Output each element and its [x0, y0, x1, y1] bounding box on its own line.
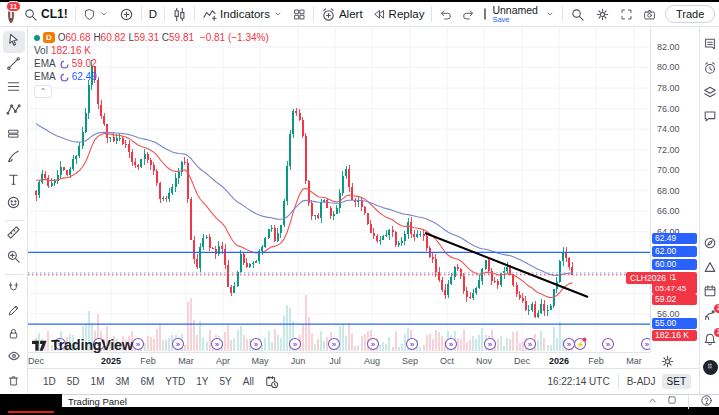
streams-panel-button[interactable]: 2 — [702, 309, 718, 325]
text-icon — [6, 172, 21, 191]
data-source-button[interactable] — [78, 3, 114, 25]
create-alert-button[interactable]: Alert — [316, 3, 368, 25]
timeframe-button[interactable]: D — [144, 3, 162, 25]
position-icon — [7, 126, 20, 144]
top-toolbar: T 11 CL1! D Indicators — [0, 2, 719, 27]
forecast-position-tool[interactable] — [3, 124, 25, 146]
ema-slow-legend[interactable]: EMA 62.49 — [34, 70, 269, 83]
object-tree-button[interactable] — [702, 86, 718, 102]
divider — [562, 6, 563, 22]
range-buttons: 1D5D1M3M6MYTD1Y5YAll — [38, 374, 260, 389]
quick-search-button[interactable] — [565, 3, 590, 25]
emoji-tool[interactable] — [3, 194, 25, 216]
lock-icon — [7, 326, 20, 344]
save-link[interactable]: Save — [492, 16, 509, 24]
xabcd-pattern-tool[interactable] — [3, 101, 25, 123]
indicators-button[interactable]: Indicators — [197, 3, 288, 25]
axis-settings-gear-button[interactable] — [660, 354, 675, 373]
chevron-up-icon[interactable] — [647, 395, 658, 408]
layout-name: Unnamed — [492, 5, 538, 16]
calendar-panel-button[interactable] — [702, 285, 718, 301]
replay-button[interactable]: Replay — [368, 3, 430, 25]
magnet-icon — [7, 280, 20, 298]
legend-collapse-button[interactable]: ⌃ — [34, 85, 52, 98]
trade-button[interactable]: Trade — [665, 5, 715, 23]
watchlist-panel-button[interactable] — [702, 38, 718, 54]
svg-text:»: » — [293, 340, 298, 349]
notification-count-badge: 11 — [6, 1, 21, 12]
volume-legend-row[interactable]: Vol 182.16 K — [34, 44, 269, 57]
settlement-toggle[interactable]: SET — [662, 374, 691, 389]
text-tool[interactable] — [3, 171, 25, 193]
watchlist-icon — [703, 37, 717, 55]
trading-panel-bar[interactable]: Trading Panel — [62, 394, 719, 407]
replay-label: Replay — [389, 8, 425, 20]
ruler-icon — [6, 225, 21, 244]
alert-label: Alert — [339, 8, 363, 20]
recording-indicator — [8, 411, 54, 413]
layout-menu-button[interactable] — [540, 3, 560, 25]
user-avatar[interactable]: T 11 — [8, 5, 14, 23]
svg-text:»: » — [371, 340, 376, 349]
notifications-button[interactable]: 2 — [702, 333, 718, 349]
cursor-tool[interactable] — [3, 31, 25, 53]
chat-panel-button[interactable] — [702, 110, 718, 126]
price-axis[interactable]: 82.0080.0078.0076.0074.0072.0070.0068.00… — [650, 27, 699, 352]
zoom-in-tool[interactable] — [3, 247, 25, 269]
change-value: −0.81 (−1.34%) — [200, 31, 269, 44]
lock-drawings-button[interactable] — [3, 324, 25, 346]
alerts-panel-button[interactable] — [702, 62, 718, 78]
explore-ideas-button[interactable] — [702, 237, 718, 253]
compare-symbol-button[interactable] — [114, 3, 139, 25]
contract-label: CLH2026 — [626, 272, 670, 284]
fullscreen-icon — [620, 8, 633, 21]
go-to-date-button[interactable] — [260, 371, 284, 393]
symbol-legend-row[interactable]: D O60.68 H60.82 L59.31 C59.81 −0.81 (−1.… — [34, 31, 269, 44]
trendline-tool[interactable] — [3, 54, 25, 76]
utc-clock[interactable]: 16:22:14 UTC — [547, 376, 609, 387]
stay-in-drawing-mode-button[interactable] — [3, 301, 25, 323]
maximize-icon[interactable] — [667, 395, 677, 407]
chevron-down-icon — [545, 9, 555, 19]
replay-icon — [373, 8, 386, 21]
tradingview-app: T 11 CL1! D Indicators — [0, 0, 719, 415]
symbol-search-button[interactable]: CL1! — [18, 3, 73, 25]
fib-retracement-tool[interactable] — [3, 78, 25, 100]
adjustment-toggle[interactable]: B-ADJ — [627, 376, 656, 387]
trendline-icon — [6, 56, 21, 75]
hide-drawings-button[interactable] — [3, 347, 25, 369]
time-axis[interactable]: Dec2025FebMarAprMayJunJulAugSepOctNovDec… — [28, 352, 650, 368]
price-badge: 59.02 — [652, 294, 697, 305]
brush-tool[interactable] — [3, 147, 25, 169]
svg-text:»: » — [449, 340, 454, 349]
ema-fast-legend[interactable]: EMA 59.02 — [34, 57, 269, 70]
magnet-mode-button[interactable] — [3, 278, 25, 300]
market-status-dot — [34, 35, 40, 41]
layout-grid-button[interactable] — [288, 3, 311, 25]
snapshot-button[interactable] — [638, 3, 661, 25]
quick-search-icon — [570, 7, 585, 22]
fullscreen-button[interactable] — [615, 3, 638, 25]
plus-circle-icon — [119, 7, 134, 22]
remove-drawings-button[interactable] — [3, 371, 25, 393]
svg-text:»: » — [567, 340, 572, 349]
layout-name-button[interactable]: Unnamed Save — [490, 5, 540, 23]
chart-settings-button[interactable] — [590, 3, 615, 25]
chart-type-button[interactable] — [167, 3, 192, 25]
layers-icon — [703, 85, 717, 103]
divider — [431, 6, 432, 22]
layout-checkbox[interactable] — [484, 8, 486, 20]
redo-button[interactable] — [457, 3, 480, 25]
undo-button[interactable] — [434, 3, 457, 25]
symbol-name: CL1! — [41, 7, 68, 21]
measure-tool[interactable] — [3, 224, 25, 246]
price-badge: 55.00 — [652, 318, 697, 329]
edit-icon — [7, 303, 20, 321]
camera-icon — [643, 8, 656, 21]
bottom-letterbox — [0, 407, 719, 415]
help-icon[interactable] — [700, 394, 713, 409]
apps-menu-button[interactable]: ⠿ — [702, 359, 718, 375]
minds-panel-button[interactable] — [702, 261, 718, 277]
price-badge: 182.16 K — [652, 330, 697, 341]
shield-icon — [83, 8, 96, 21]
